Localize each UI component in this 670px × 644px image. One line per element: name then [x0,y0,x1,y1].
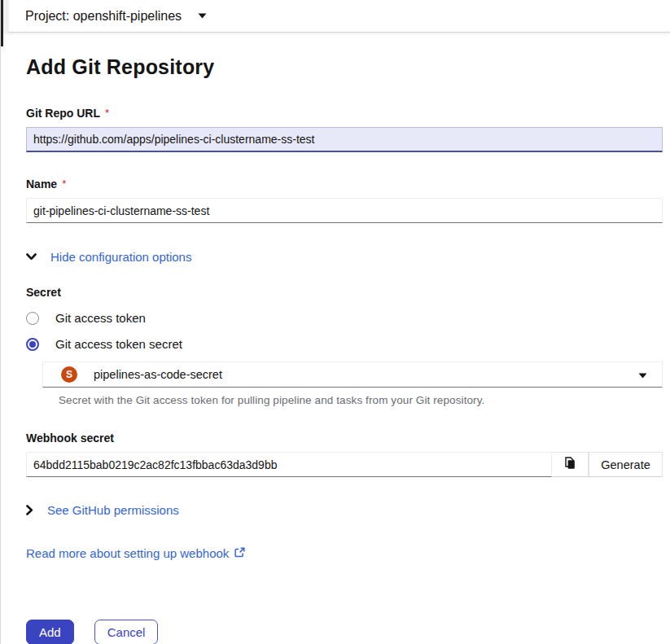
chevron-right-icon [26,505,33,515]
see-github-permissions-toggle[interactable]: See GitHub permissions [26,503,179,517]
git-repo-url-label: Git Repo URL [26,107,100,120]
webhook-readmore-label: Read more about setting up webhook [26,546,229,560]
readmore-row: Read more about setting up webhook [26,546,663,561]
radio-circle-icon [26,312,39,325]
secret-select-dropdown[interactable]: S pipelines-as-code-secret [42,361,663,388]
radio-git-access-token-secret[interactable]: Git access token secret [26,337,663,351]
add-git-repository-form: Add Git Repository Git Repo URL* Name* H… [1,55,670,644]
copy-icon [564,457,576,472]
radio-label-git-access-token-secret: Git access token secret [55,337,182,351]
cancel-button[interactable]: Cancel [94,620,159,644]
webhook-readmore-link[interactable]: Read more about setting up webhook [26,546,245,560]
git-repo-url-input[interactable] [26,127,663,152]
hide-configuration-options-toggle[interactable]: Hide configuration options [26,250,191,264]
secret-section: Secret Git access token Git access token… [26,286,663,406]
radio-circle-icon [26,338,39,351]
external-link-icon [234,546,245,560]
secret-help-text: Secret with the Git access token for pul… [59,394,663,406]
secret-s-badge-icon: S [61,366,77,383]
webhook-secret-input-group: Generate [26,452,663,477]
secret-label: Secret [26,286,663,299]
required-asterisk: * [62,177,66,190]
copy-button[interactable] [552,452,589,477]
name-label: Name [26,177,57,191]
radio-git-access-token[interactable]: Git access token [26,311,663,325]
webhook-secret-group: Webhook secret Generate [26,431,663,477]
form-actions: Add Cancel [26,620,663,644]
select-caret-down-icon [638,368,647,381]
window-edge-gray [3,0,9,33]
page-title: Add Git Repository [26,55,663,79]
add-button[interactable]: Add [26,620,74,644]
webhook-secret-input[interactable] [26,452,552,477]
required-asterisk: * [105,107,109,119]
webhook-secret-label: Webhook secret [26,432,114,445]
caret-down-icon [198,13,207,19]
window-edge-dark [1,0,3,46]
name-group: Name* [26,177,663,223]
name-input[interactable] [26,198,663,223]
chevron-down-icon [26,253,37,261]
see-github-permissions-label: See GitHub permissions [47,503,179,517]
git-repo-url-group: Git Repo URL* [26,106,663,152]
generate-button[interactable]: Generate [589,452,663,477]
hide-configuration-options-label: Hide configuration options [50,250,191,264]
radio-label-git-access-token: Git access token [55,311,146,325]
project-selector-label: Project: openshift-pipelines [25,9,182,24]
secret-select-value: pipelines-as-code-secret [94,368,622,381]
project-bar: Project: openshift-pipelines [1,0,670,33]
secret-select-wrap: S pipelines-as-code-secret Secret with t… [42,361,663,406]
project-selector[interactable]: Project: openshift-pipelines [25,9,207,24]
